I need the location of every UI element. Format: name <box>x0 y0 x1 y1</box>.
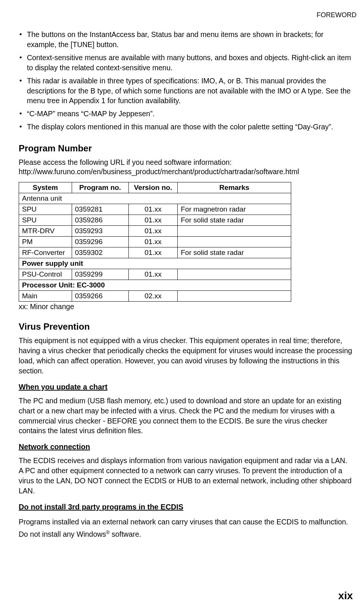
table-row: Processor Unit: EC-3000 <box>19 280 291 291</box>
bullet-item: “C-MAP” means “C-MAP by Jeppesen”. <box>19 109 353 119</box>
table-section-cell: Power supply unit <box>19 258 291 269</box>
table-row: PM035929601.xx <box>19 237 291 247</box>
table-row: PSU-Control035929901.xx <box>19 269 291 280</box>
cell-system: RF-Converter <box>19 247 72 258</box>
cell-remarks: For magnetron radar <box>178 204 291 215</box>
cell-program: 0359299 <box>72 269 128 280</box>
cell-program: 0359302 <box>72 247 128 258</box>
registered-mark: ® <box>106 530 110 535</box>
cell-version: 01.xx <box>128 269 178 280</box>
virus-sub-body: Programs installed via an external netwo… <box>19 516 353 540</box>
bullet-item: The buttons on the InstantAccess bar, St… <box>19 30 353 50</box>
table-header-program: Program no. <box>72 182 128 193</box>
cell-program: 0359293 <box>72 226 128 237</box>
bullet-item: This radar is available in three types o… <box>19 76 353 106</box>
cell-remarks <box>178 237 291 247</box>
table-row: Antenna unit <box>19 193 291 204</box>
table-row: Power supply unit <box>19 258 291 269</box>
bullet-list: The buttons on the InstantAccess bar, St… <box>19 30 353 132</box>
cell-version: 01.xx <box>128 226 178 237</box>
bullet-item: Context-sensitive menus are available wi… <box>19 53 353 73</box>
program-number-heading: Program Number <box>19 143 353 154</box>
table-row: SPU035928101.xxFor magnetron radar <box>19 204 291 215</box>
cell-version: 01.xx <box>128 215 178 226</box>
virus-sub-body: The ECDIS receives and displays informat… <box>19 456 353 496</box>
cell-remarks <box>178 269 291 280</box>
virus-sub-heading: When you update a chart <box>19 383 353 391</box>
cell-program: 0359266 <box>72 291 128 302</box>
cell-system: MTR-DRV <box>19 226 72 237</box>
cell-system: PSU-Control <box>19 269 72 280</box>
program-number-url: http://www.furuno.com/en/business_produc… <box>19 167 353 176</box>
table-header-system: System <box>19 182 72 193</box>
table-row: RF-Converter035930201.xxFor solid state … <box>19 247 291 258</box>
table-row: SPU035928601.xxFor solid state radar <box>19 215 291 226</box>
table-header-row: System Program no. Version no. Remarks <box>19 182 291 193</box>
virus-prevention-intro: This equipment is not equipped with a vi… <box>19 336 353 376</box>
cell-program: 0359286 <box>72 215 128 226</box>
page-number: xix <box>338 590 353 602</box>
cell-version: 01.xx <box>128 247 178 258</box>
program-number-intro: Please access the following URL if you n… <box>19 157 353 167</box>
table-header-remarks: Remarks <box>178 182 291 193</box>
cell-system: Main <box>19 291 72 302</box>
virus-prevention-heading: Virus Prevention <box>19 321 353 332</box>
cell-remarks: For solid state radar <box>178 215 291 226</box>
header-label: FOREWORD <box>19 11 357 19</box>
body-post: software. <box>110 530 141 538</box>
cell-program: 0359296 <box>72 237 128 247</box>
cell-remarks <box>178 226 291 237</box>
virus-sub-heading: Do not install 3rd party programs in the… <box>19 503 353 511</box>
table-section-cell: Antenna unit <box>19 193 291 204</box>
table-note: xx: Minor change <box>19 302 353 311</box>
cell-system: PM <box>19 237 72 247</box>
table-section-cell: Processor Unit: EC-3000 <box>19 280 291 291</box>
cell-program: 0359281 <box>72 204 128 215</box>
cell-system: SPU <box>19 204 72 215</box>
virus-sub-body: The PC and medium (USB flash memory, etc… <box>19 396 353 436</box>
cell-system: SPU <box>19 215 72 226</box>
cell-remarks <box>178 291 291 302</box>
table-row: Main035926602.xx <box>19 291 291 302</box>
bullet-item: The display colors mentioned in this man… <box>19 122 353 132</box>
cell-version: 01.xx <box>128 237 178 247</box>
table-row: MTR-DRV035929301.xx <box>19 226 291 237</box>
table-header-version: Version no. <box>128 182 178 193</box>
cell-remarks: For solid state radar <box>178 247 291 258</box>
body-pre: Programs installed via an external netwo… <box>19 518 348 538</box>
virus-sub-heading: Network connection <box>19 443 353 451</box>
cell-version: 01.xx <box>128 204 178 215</box>
cell-version: 02.xx <box>128 291 178 302</box>
program-table: System Program no. Version no. Remarks A… <box>19 182 291 302</box>
